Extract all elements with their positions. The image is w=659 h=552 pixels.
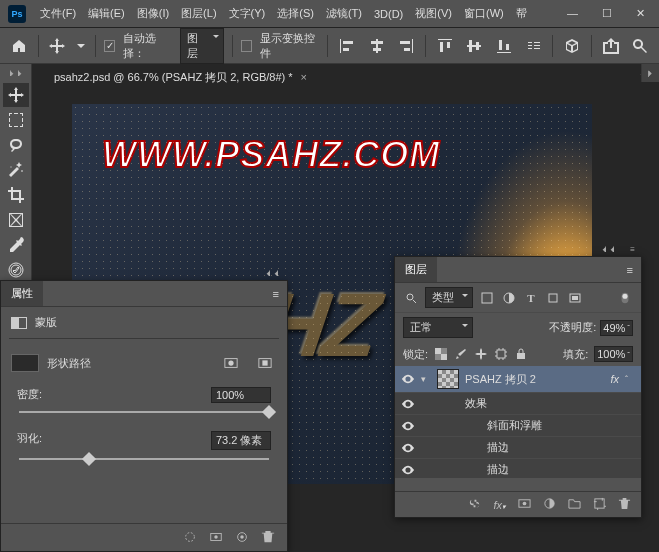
menu-select[interactable]: 选择(S): [271, 2, 320, 25]
opacity-value[interactable]: 49%ˇ: [600, 320, 633, 336]
move-tool[interactable]: [3, 83, 29, 107]
effects-row[interactable]: 效果: [395, 393, 641, 415]
effect-bevel-label: 斜面和浮雕: [487, 418, 542, 433]
toolbox-collapse[interactable]: ⏵⏵: [2, 68, 30, 78]
disable-mask-icon[interactable]: [235, 530, 249, 546]
align-center-v-icon[interactable]: [464, 34, 486, 58]
home-icon[interactable]: [8, 34, 30, 58]
vector-mask-icon[interactable]: [253, 351, 277, 375]
align-right-icon[interactable]: [396, 34, 418, 58]
autoselect-target-dropdown[interactable]: 图层: [180, 28, 224, 64]
effect-stroke-row[interactable]: 描边: [395, 437, 641, 459]
layer-name[interactable]: PSAHZ 拷贝 2: [465, 372, 536, 387]
menu-filter[interactable]: 滤镜(T): [320, 2, 368, 25]
group-icon[interactable]: [568, 497, 581, 512]
search-icon[interactable]: [629, 34, 651, 58]
layers-collapse-icon[interactable]: ⏴⏴: [601, 245, 617, 254]
effect-bevel-row[interactable]: 斜面和浮雕: [395, 415, 641, 437]
lock-position-icon[interactable]: [474, 347, 488, 361]
link-layers-icon[interactable]: [468, 497, 481, 512]
chevron-down-icon[interactable]: ▾: [421, 374, 431, 384]
load-selection-icon[interactable]: [183, 530, 197, 546]
layer-style-icon[interactable]: fx▾: [493, 499, 506, 511]
filter-adjust-icon[interactable]: [501, 291, 517, 305]
lock-transparency-icon[interactable]: [434, 347, 448, 361]
apply-mask-icon[interactable]: [209, 530, 223, 546]
menu-type[interactable]: 文字(Y): [223, 2, 272, 25]
menu-image[interactable]: 图像(I): [131, 2, 175, 25]
magic-wand-tool[interactable]: [3, 158, 29, 182]
lock-paint-icon[interactable]: [454, 347, 468, 361]
fx-chevron-icon[interactable]: ˆ: [625, 374, 635, 384]
menu-window[interactable]: 窗口(W): [458, 2, 510, 25]
blend-mode-dropdown[interactable]: 正常: [403, 317, 473, 338]
menu-help[interactable]: 帮: [510, 2, 533, 25]
density-slider[interactable]: [19, 411, 269, 413]
layers-close-top-icon[interactable]: ≡: [630, 245, 635, 254]
layer-mask-icon[interactable]: [518, 497, 531, 512]
tool-preset-dropdown[interactable]: [76, 34, 87, 58]
document-tab-close-icon[interactable]: ×: [301, 71, 307, 83]
properties-tab[interactable]: 属性: [1, 281, 43, 306]
filter-smart-icon[interactable]: [567, 291, 583, 305]
filter-toggle[interactable]: [617, 291, 633, 305]
layers-menu-icon[interactable]: ≡: [627, 264, 633, 276]
lock-all-icon[interactable]: [514, 347, 528, 361]
feather-slider[interactable]: [19, 458, 269, 460]
menu-view[interactable]: 视图(V): [409, 2, 458, 25]
filter-pixel-icon[interactable]: [479, 291, 495, 305]
adjustment-layer-icon[interactable]: [543, 497, 556, 512]
minimize-button[interactable]: —: [561, 5, 584, 22]
menu-edit[interactable]: 编辑(E): [82, 2, 131, 25]
menu-layer[interactable]: 图层(L): [175, 2, 222, 25]
align-top-icon[interactable]: [434, 34, 456, 58]
visibility-icon[interactable]: [401, 374, 415, 384]
document-tab[interactable]: psahz2.psd @ 66.7% (PSAHZ 拷贝 2, RGB/8#) …: [44, 64, 317, 90]
visibility-icon[interactable]: [401, 421, 415, 431]
properties-menu-icon[interactable]: ≡: [273, 288, 279, 300]
3d-mode-icon[interactable]: [561, 34, 583, 58]
props-collapse-icon[interactable]: ⏴⏴: [265, 269, 281, 278]
fx-badge[interactable]: fx: [610, 373, 619, 385]
delete-layer-icon[interactable]: [618, 497, 631, 512]
ps-logo: Ps: [8, 5, 26, 23]
dock-collapse-icon[interactable]: ⏵: [646, 68, 655, 78]
align-left-icon[interactable]: [336, 34, 358, 58]
visibility-icon[interactable]: [401, 399, 415, 409]
filter-shape-icon[interactable]: [545, 291, 561, 305]
visibility-icon[interactable]: [401, 443, 415, 453]
fill-value[interactable]: 100%ˇ: [594, 346, 633, 362]
filter-type-t-icon[interactable]: T: [523, 291, 539, 305]
layer-row[interactable]: ▾ PSAHZ 拷贝 2 fx ˆ: [395, 366, 641, 393]
marquee-tool[interactable]: [3, 108, 29, 132]
svg-rect-12: [482, 293, 492, 303]
lock-artboard-icon[interactable]: [494, 347, 508, 361]
move-tool-icon[interactable]: [47, 34, 69, 58]
lasso-tool[interactable]: [3, 133, 29, 157]
menu-3d[interactable]: 3D(D): [368, 4, 409, 24]
align-center-h-icon[interactable]: [366, 34, 388, 58]
layers-tab[interactable]: 图层: [395, 257, 437, 282]
more-align-icon[interactable]: [523, 34, 545, 58]
feather-label: 羽化:: [17, 431, 42, 450]
align-bottom-icon[interactable]: [493, 34, 515, 58]
maximize-button[interactable]: ☐: [596, 5, 618, 22]
eyedropper-tool[interactable]: [3, 233, 29, 257]
delete-mask-icon[interactable]: [261, 530, 275, 546]
filter-type-dropdown[interactable]: 类型: [425, 287, 473, 308]
autoselect-checkbox[interactable]: [104, 40, 115, 52]
healing-tool[interactable]: [3, 258, 29, 282]
close-button[interactable]: ✕: [630, 5, 651, 22]
menu-file[interactable]: 文件(F): [34, 2, 82, 25]
new-layer-icon[interactable]: [593, 497, 606, 512]
filter-type-icon[interactable]: [403, 292, 419, 304]
show-transform-checkbox[interactable]: [241, 40, 252, 52]
feather-value[interactable]: 73.2 像素: [211, 431, 271, 450]
crop-tool[interactable]: [3, 183, 29, 207]
frame-tool[interactable]: [3, 208, 29, 232]
visibility-icon[interactable]: [401, 465, 415, 475]
pixel-mask-icon[interactable]: [219, 351, 243, 375]
share-icon[interactable]: [600, 34, 622, 58]
density-value[interactable]: 100%: [211, 387, 271, 403]
effect-stroke2-row[interactable]: 描边: [395, 459, 641, 478]
